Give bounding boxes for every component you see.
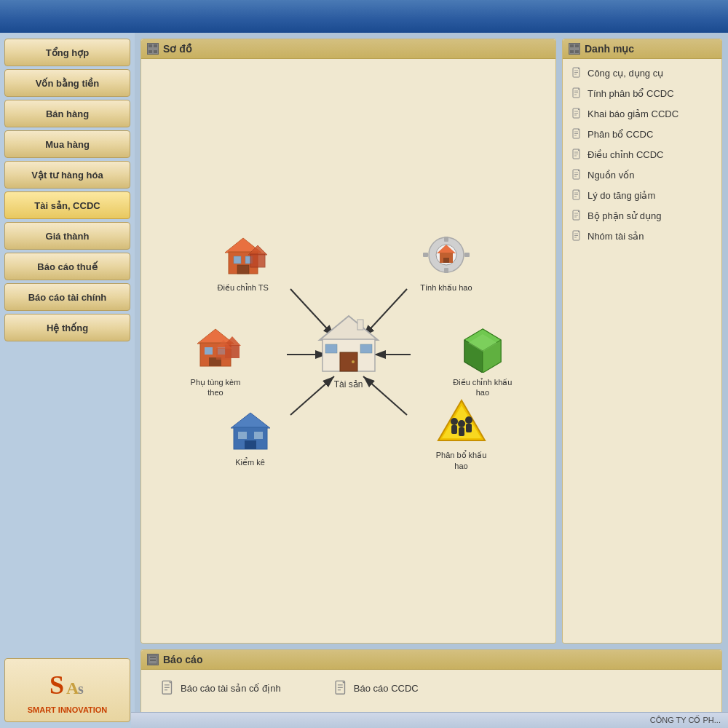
node-phu-tung[interactable]: Phụ tùng kèmtheo <box>189 325 243 398</box>
svg-rect-20 <box>250 254 265 267</box>
content-area: Sơ đồ <box>135 33 728 728</box>
house-label: Tài sản <box>312 379 385 389</box>
svg-rect-64 <box>570 44 574 47</box>
sidebar-item-bao-cao-tai-chinh[interactable]: Báo cáo tài chính <box>4 283 130 311</box>
document-icon <box>333 680 348 696</box>
svg-rect-26 <box>464 253 470 257</box>
svg-rect-38 <box>216 348 231 360</box>
svg-marker-51 <box>231 413 270 428</box>
svg-rect-43 <box>325 344 337 353</box>
building-blue-icon <box>225 409 276 453</box>
bao-cao-panel: Báo cáo Báo cáo tài sản cố định Báo cáo … <box>141 649 722 722</box>
company-logo-icon: S A s <box>46 666 90 703</box>
node-kiem-ke-label: Kiểm kê <box>225 457 276 467</box>
bao-cao-content: Báo cáo tài sản cố định Báo cáo CCDC <box>141 670 721 706</box>
danh-muc-panel: Danh mục Công cụ, dụng cụ Tính phân bổ C… <box>562 39 722 644</box>
danh-muc-item[interactable]: Lý do tăng giảm <box>566 186 719 205</box>
danh-muc-item[interactable]: Bộ phận sử dụng <box>566 206 719 225</box>
sidebar-item-vat-tu-hang-hoa[interactable]: Vật tư hàng hóa <box>4 161 130 189</box>
building-orange-1 <box>218 234 269 278</box>
svg-rect-115 <box>150 660 156 661</box>
sidebar-item-gia-thanh[interactable]: Giá thành <box>4 222 130 250</box>
danh-muc-icon <box>569 43 580 55</box>
logo-label: SMART INNOVATION <box>28 705 108 714</box>
node-tinh-khau-hao[interactable]: Tính khấu hao <box>420 234 472 293</box>
svg-rect-3 <box>149 44 152 47</box>
svg-rect-32 <box>205 347 213 355</box>
house-center[interactable]: Tài sản <box>312 312 385 389</box>
diagram: Điều chỉnh TS <box>174 213 523 489</box>
danh-muc-header: Danh mục <box>563 39 721 59</box>
danh-muc-item[interactable]: Tính phân bổ CCDC <box>566 84 719 103</box>
document-icon <box>571 189 582 201</box>
svg-point-42 <box>352 360 355 363</box>
node-phan-bo-khau-hao[interactable]: Phân bổ khấuhao <box>436 398 487 471</box>
so-do-title: Sơ đồ <box>163 43 192 55</box>
document-icon <box>571 149 582 160</box>
sidebar-item-bao-cao-thue[interactable]: Báo cáo thuế <box>4 253 130 280</box>
sidebar-item-ban-hang[interactable]: Bán hàng <box>4 100 130 127</box>
sidebar-item-he-thong[interactable]: Hệ thống <box>4 314 130 341</box>
bao-cao-item[interactable]: Báo cáo CCDC <box>329 677 423 699</box>
svg-rect-16 <box>234 256 241 264</box>
svg-rect-63 <box>459 427 464 436</box>
so-do-content: Điều chỉnh TS <box>141 59 555 643</box>
svg-rect-61 <box>466 424 472 432</box>
document-icon <box>571 67 582 79</box>
node-kiem-ke[interactable]: Kiểm kê <box>225 409 276 467</box>
danh-muc-item[interactable]: Phân bổ CCDC <box>566 124 719 143</box>
svg-rect-59 <box>451 425 457 434</box>
node-dieu-chinh-khau-hao[interactable]: Điều chỉnh khấuhao <box>453 325 512 398</box>
house-main-icon <box>312 312 385 374</box>
node-dieu-chinh-ts[interactable]: Điều chỉnh TS <box>218 234 269 293</box>
sidebar-item-tai-san-ccdc[interactable]: Tài sản, CCDC <box>4 191 130 219</box>
svg-text:S: S <box>50 670 64 700</box>
green-3d-icon <box>457 325 508 373</box>
svg-rect-114 <box>150 657 156 658</box>
sidebar-logo: S A s SMART INNOVATION <box>4 658 130 722</box>
svg-rect-53 <box>238 432 247 439</box>
document-icon <box>571 169 582 181</box>
building-orange-2 <box>189 325 243 373</box>
document-icon <box>160 680 175 696</box>
svg-point-60 <box>465 416 472 424</box>
bao-cao-item[interactable]: Báo cáo tài sản cố định <box>156 677 285 699</box>
sidebar-item-mua-hang[interactable]: Mua hàng <box>4 130 130 158</box>
node-dieu-chinh-khau-hao-label: Điều chỉnh khấuhao <box>453 377 512 398</box>
status-bar: CÔNG TY CỐ PH... <box>131 712 728 728</box>
gear-house-icon <box>421 234 472 278</box>
svg-rect-4 <box>154 44 157 47</box>
svg-rect-18 <box>237 265 249 274</box>
node-tinh-khau-hao-label: Tính khấu hao <box>420 282 472 293</box>
danh-muc-item-label: Bộ phận sử dụng <box>587 210 661 221</box>
node-phu-tung-label: Phụ tùng kèmtheo <box>189 377 243 398</box>
node-phan-bo-khau-hao-label: Phân bổ khấuhao <box>436 450 487 471</box>
danh-muc-item[interactable]: Nhóm tài sản <box>566 226 719 245</box>
danh-muc-item-label: Nguồn vốn <box>587 170 634 181</box>
svg-rect-41 <box>340 352 357 371</box>
bao-cao-icon <box>147 654 159 665</box>
sidebar-item-von-bang-tien[interactable]: Vốn bằng tiền <box>4 69 130 97</box>
danh-muc-item[interactable]: Công cụ, dụng cụ <box>566 63 719 82</box>
danh-muc-list: Công cụ, dụng cụ Tính phân bổ CCDC Khai … <box>563 59 721 250</box>
sidebar: Tổng hợpVốn bằng tiềnBán hàngMua hàngVật… <box>0 33 135 728</box>
main-container: Tổng hợpVốn bằng tiềnBán hàngMua hàngVật… <box>0 33 728 728</box>
sidebar-item-tong-hop[interactable]: Tổng hợp <box>4 39 130 66</box>
so-do-header: Sơ đồ <box>141 39 555 59</box>
top-bar <box>0 0 728 33</box>
svg-rect-66 <box>570 50 574 53</box>
danh-muc-item[interactable]: Nguồn vốn <box>566 165 719 184</box>
svg-rect-45 <box>357 320 363 330</box>
svg-rect-55 <box>245 440 256 449</box>
svg-rect-24 <box>444 268 448 273</box>
danh-muc-item[interactable]: Điều chỉnh CCDC <box>566 145 719 164</box>
document-icon <box>571 210 582 221</box>
svg-point-62 <box>458 420 465 427</box>
danh-muc-item[interactable]: Khai báo giảm CCDC <box>566 104 719 123</box>
svg-rect-6 <box>154 50 157 53</box>
danh-muc-title: Danh mục <box>585 43 634 55</box>
svg-rect-5 <box>149 50 152 53</box>
danh-muc-item-label: Phân bổ CCDC <box>587 129 653 140</box>
bao-cao-title: Báo cáo <box>163 654 202 665</box>
document-icon <box>571 128 582 140</box>
